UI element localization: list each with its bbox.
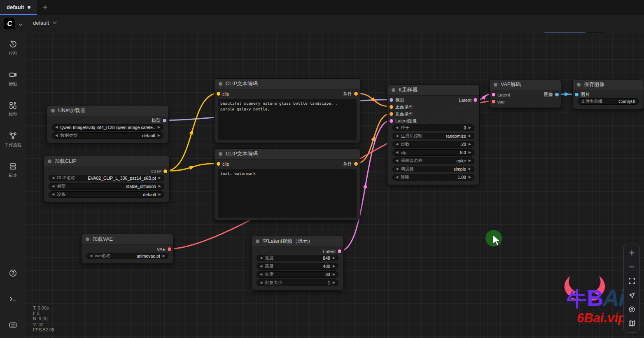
decrement-arrow-icon[interactable]: ◀ [396, 167, 398, 171]
collapse-dot-icon[interactable] [219, 152, 222, 156]
widget-种子[interactable]: ◀种子0▶ [392, 124, 474, 131]
node-title-bar[interactable]: UNet加载器 [47, 106, 168, 116]
increment-arrow-icon[interactable]: ▶ [469, 167, 471, 171]
increment-arrow-icon[interactable]: ▶ [333, 281, 335, 284]
widget-宽度[interactable]: ◀宽度848▶ [257, 255, 338, 261]
node-vae_decode[interactable]: VAE解码Latent图像vae [489, 79, 561, 108]
minimap-icon[interactable] [628, 319, 636, 327]
node-ksampler[interactable]: K采样器模型Latent正面条件负面条件Latent图像◀种子0▶◀生成后控制r… [387, 84, 480, 185]
collapse-dot-icon[interactable] [48, 160, 51, 163]
input-port-clip[interactable] [217, 162, 220, 166]
output-port-CLIP[interactable] [163, 169, 167, 173]
collapse-dot-icon[interactable] [219, 82, 222, 86]
output-port-VAE[interactable] [168, 247, 171, 251]
collapse-dot-icon[interactable] [392, 88, 395, 92]
increment-arrow-icon[interactable]: ▶ [159, 176, 161, 180]
graph-canvas[interactable]: UNet加载器模型◀Qwen-Image\svdq-int4_r128-qwen… [26, 33, 644, 338]
node-title-bar[interactable]: CLIP文本编码 [215, 79, 360, 89]
sidebar-item-shortcuts[interactable] [9, 312, 17, 338]
workflow-selector[interactable]: default [33, 19, 58, 26]
increment-arrow-icon[interactable]: ▶ [469, 159, 471, 162]
increment-arrow-icon[interactable]: ▶ [333, 256, 335, 260]
input-port-负面条件[interactable] [390, 112, 393, 116]
prompt-textarea[interactable]: text, watermark [218, 169, 357, 218]
widget-类型[interactable]: ◀类型stable_diffusion▶ [49, 183, 164, 190]
node-save_image[interactable]: 保存图像图片文件名前缀ComfyUI [572, 79, 644, 109]
widget-步数[interactable]: ◀步数20▶ [392, 141, 474, 148]
collapse-dot-icon[interactable] [494, 83, 497, 87]
tab-default[interactable]: default [0, 0, 37, 15]
collapse-dot-icon[interactable] [51, 109, 55, 113]
widget-高度[interactable]: ◀高度480▶ [257, 263, 338, 270]
widget-批量大小[interactable]: ◀批量大小1▶ [257, 279, 338, 286]
input-port-vae[interactable] [492, 100, 495, 103]
decrement-arrow-icon[interactable]: ◀ [260, 265, 262, 268]
collapse-dot-icon[interactable] [577, 83, 581, 87]
node-title-bar[interactable]: 空Latent视频（混元） [252, 236, 343, 247]
decrement-arrow-icon[interactable]: ◀ [260, 281, 262, 284]
node-load_clip[interactable]: 加载CLIPCLIP◀CLIP名称EVA02_CLIP_L_336_psz14_… [43, 156, 170, 202]
decrement-arrow-icon[interactable]: ◀ [90, 254, 92, 258]
widget-生成后控制[interactable]: ◀生成后控制randomize▶ [392, 133, 474, 139]
decrement-arrow-icon[interactable]: ◀ [396, 151, 398, 154]
widget-vae名称[interactable]: ◀vae名称animevae.pt▶ [86, 253, 168, 259]
widget-采样器名称[interactable]: ◀采样器名称euler▶ [392, 157, 474, 164]
input-port-图片[interactable] [575, 93, 579, 96]
sidebar-item-models[interactable]: 模型 [0, 94, 26, 124]
collapse-dot-icon[interactable] [256, 239, 259, 243]
input-port-模型[interactable] [390, 98, 393, 102]
sidebar-item-queue[interactable]: 佇列 [0, 33, 26, 63]
increment-arrow-icon[interactable]: ▶ [469, 143, 471, 146]
increment-arrow-icon[interactable]: ▶ [159, 193, 161, 196]
new-tab-button[interactable]: + [37, 0, 54, 15]
node-clip_pos[interactable]: CLIP文本编码clip条件beautiful scenery nature g… [214, 78, 360, 143]
widget-文件名前缀[interactable]: 文件名前缀ComfyUI [578, 98, 639, 105]
node-title-bar[interactable]: VAE解码 [490, 80, 561, 90]
sidebar-item-templates[interactable]: 範本 [0, 155, 26, 185]
node-title-bar[interactable]: CLIP文本编码 [215, 149, 360, 160]
sidebar-item-terminal[interactable] [9, 286, 17, 312]
node-title-bar[interactable]: 加载VAE [82, 234, 173, 245]
increment-arrow-icon[interactable]: ▶ [469, 126, 471, 129]
node-title-bar[interactable]: 保存图像 [573, 80, 644, 90]
input-port-正面条件[interactable] [390, 105, 393, 109]
input-port-clip[interactable] [217, 92, 220, 96]
zoom-in-icon[interactable] [628, 249, 636, 257]
increment-arrow-icon[interactable]: ▶ [333, 273, 335, 276]
decrement-arrow-icon[interactable]: ◀ [55, 126, 58, 129]
output-port-条件[interactable] [354, 92, 358, 96]
fit-view-icon[interactable] [628, 277, 636, 285]
decrement-arrow-icon[interactable]: ◀ [396, 176, 398, 179]
node-empty_latent[interactable]: 空Latent视频（混元）Latent◀宽度848▶◀高度480▶◀长度33▶◀… [251, 236, 344, 291]
widget-设备[interactable]: ◀设备default▶ [49, 191, 164, 198]
decrement-arrow-icon[interactable]: ◀ [260, 256, 262, 260]
node-clip_neg[interactable]: CLIP文本编码clip条件text, watermark [214, 148, 360, 221]
output-port-Latent[interactable] [338, 249, 341, 253]
output-port-模型[interactable] [163, 119, 166, 122]
increment-arrow-icon[interactable]: ▶ [469, 151, 471, 154]
node-title-bar[interactable]: K采样器 [387, 85, 479, 96]
decrement-arrow-icon[interactable]: ◀ [52, 185, 54, 188]
prompt-textarea[interactable]: beautiful scenery nature glass bottle la… [218, 99, 357, 140]
node-unet_loader[interactable]: UNet加载器模型◀Qwen-Image\svdq-int4_r128-qwen… [47, 105, 169, 143]
increment-arrow-icon[interactable]: ▶ [469, 134, 471, 138]
zoom-out-icon[interactable] [628, 263, 636, 271]
widget-长度[interactable]: ◀长度33▶ [257, 271, 338, 278]
increment-arrow-icon[interactable]: ▶ [159, 185, 161, 188]
decrement-arrow-icon[interactable]: ◀ [260, 273, 262, 276]
decrement-arrow-icon[interactable]: ◀ [52, 193, 54, 196]
increment-arrow-icon[interactable]: ▶ [333, 265, 335, 268]
decrement-arrow-icon[interactable]: ◀ [396, 159, 398, 162]
comfyui-logo[interactable]: C [4, 18, 15, 29]
output-port-图像[interactable] [555, 93, 559, 96]
chevron-down-icon[interactable] [17, 21, 24, 28]
input-port-Latent图像[interactable] [390, 119, 393, 123]
widget-value[interactable]: ◀Qwen-Image\svdq-int4_r128-qwen-image.sa… [52, 124, 163, 131]
input-port-Latent[interactable] [492, 93, 495, 96]
sidebar-item-help[interactable] [9, 260, 17, 286]
sidebar-item-nodes[interactable]: 節點 [0, 63, 26, 94]
decrement-arrow-icon[interactable]: ◀ [396, 134, 398, 138]
sidebar-item-workflows[interactable]: 工作流程 [0, 124, 26, 155]
widget-调度器[interactable]: ◀调度器simple▶ [392, 166, 474, 172]
decrement-arrow-icon[interactable]: ◀ [52, 176, 54, 180]
